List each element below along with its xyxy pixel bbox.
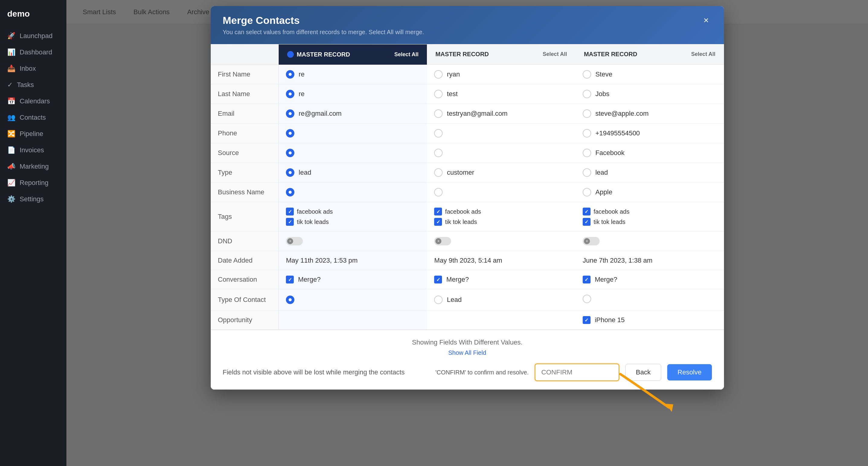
radio-button[interactable]: [286, 188, 294, 197]
field-value-text: +19495554500: [595, 129, 640, 137]
sidebar-item-inbox[interactable]: 📥 Inbox: [0, 60, 66, 77]
tag-label: facebook ads: [594, 208, 629, 215]
dashboard-icon: 📊: [7, 48, 16, 56]
tag-checkbox[interactable]: [583, 218, 591, 226]
marketing-icon: 📣: [7, 163, 16, 170]
radio-button[interactable]: [434, 296, 443, 304]
merge-checkbox[interactable]: [583, 275, 591, 284]
radio-button[interactable]: [434, 188, 443, 197]
tag-label: tik tok leads: [297, 219, 329, 226]
sidebar-item-settings[interactable]: ⚙️ Settings: [0, 191, 66, 207]
field-value-text: testryan@gmail.com: [447, 110, 507, 118]
radio-button[interactable]: [583, 109, 591, 118]
field-value-cell: [279, 182, 427, 202]
sidebar-item-launchpad[interactable]: 🚀 Launchpad: [0, 28, 66, 44]
app-background: demo 🚀 Launchpad 📊 Dashboard 📥 Inbox ✓ T…: [0, 0, 868, 466]
field-label: First Name: [211, 65, 279, 84]
field-value-cell: re: [279, 84, 427, 104]
tag-label: facebook ads: [445, 208, 481, 215]
radio-button[interactable]: [286, 109, 294, 118]
tag-checkbox[interactable]: [286, 218, 294, 226]
modal-close-button[interactable]: ×: [701, 14, 712, 26]
radio-button[interactable]: [583, 168, 591, 177]
radio-button[interactable]: [434, 109, 443, 118]
sidebar-item-contacts[interactable]: 👥 Contacts: [0, 109, 66, 126]
radio-button[interactable]: [434, 149, 443, 157]
radio-button[interactable]: [434, 129, 443, 138]
show-all-field-link[interactable]: Show All Field: [223, 349, 712, 356]
contacts-icon: 👥: [7, 114, 16, 121]
dnd-toggle[interactable]: ×: [583, 237, 599, 245]
field-value-text: lead: [299, 169, 311, 176]
merge-checkbox[interactable]: [434, 275, 442, 284]
master-dot-icon: [287, 51, 294, 58]
date-value: May 9th 2023, 5:14 am: [434, 257, 502, 264]
launchpad-icon: 🚀: [7, 32, 16, 40]
radio-button[interactable]: [434, 168, 443, 177]
sidebar-item-tasks[interactable]: ✓ Tasks: [0, 77, 66, 93]
table-row: Tagsfacebook adstik tok leadsfacebook ad…: [211, 202, 724, 232]
tag-checkbox[interactable]: [434, 218, 442, 226]
confirm-input[interactable]: [535, 363, 619, 381]
pipeline-icon: 🔀: [7, 130, 16, 138]
table-row: Emailre@gmail.comtestryan@gmail.comsteve…: [211, 104, 724, 124]
radio-button[interactable]: [286, 168, 294, 177]
field-value-cell: [279, 289, 427, 311]
field-value-cell: Apple: [576, 182, 724, 202]
tag-checkbox[interactable]: [434, 208, 442, 215]
field-value-text: Facebook: [595, 149, 625, 157]
field-label: Tags: [211, 202, 279, 232]
field-label: Type Of Contact: [211, 289, 279, 311]
radio-button[interactable]: [286, 149, 294, 157]
radio-button[interactable]: [583, 90, 591, 98]
field-value-cell: customer: [427, 163, 576, 182]
radio-button[interactable]: [286, 90, 294, 98]
sidebar-item-reporting[interactable]: 📈 Reporting: [0, 175, 66, 191]
radio-button[interactable]: [583, 129, 591, 138]
tag-checkbox[interactable]: [583, 208, 591, 215]
sidebar-item-calendars[interactable]: 📅 Calendars: [0, 93, 66, 109]
select-all-3[interactable]: Select All: [691, 51, 715, 57]
sidebar-item-invoices[interactable]: 📄 Invoices: [0, 142, 66, 158]
sidebar-item-dashboard[interactable]: 📊 Dashboard: [0, 44, 66, 60]
sidebar-item-marketing[interactable]: 📣 Marketing: [0, 158, 66, 175]
modal-overlay: Merge Contacts You can select values fro…: [66, 0, 868, 466]
radio-button[interactable]: [583, 149, 591, 157]
field-value-cell: lead: [279, 163, 427, 182]
field-value-text: steve@apple.com: [595, 110, 649, 118]
field-value-cell: Merge?: [427, 270, 576, 289]
table-row: Date AddedMay 11th 2023, 1:53 pmMay 9th …: [211, 251, 724, 270]
tag-item: tik tok leads: [286, 218, 420, 226]
inbox-icon: 📥: [7, 65, 16, 72]
confirm-hint: 'CONFIRM' to confirm and resolve.: [435, 369, 529, 376]
radio-button[interactable]: [434, 70, 443, 79]
merge-checkbox[interactable]: [286, 275, 294, 284]
modal-body: MASTER RECORD Select All MA: [211, 44, 724, 330]
radio-button[interactable]: [583, 188, 591, 197]
field-value-cell: ×: [279, 232, 427, 251]
radio-button[interactable]: [286, 129, 294, 138]
radio-button[interactable]: [286, 296, 294, 304]
date-value: May 11th 2023, 1:53 pm: [286, 257, 358, 264]
sidebar-item-pipeline[interactable]: 🔀 Pipeline: [0, 126, 66, 142]
select-all-1[interactable]: Select All: [394, 51, 418, 58]
radio-button[interactable]: [583, 295, 591, 303]
field-value-text: Jobs: [595, 90, 609, 98]
radio-button[interactable]: [583, 70, 591, 79]
tag-checkbox[interactable]: [286, 208, 294, 215]
back-button[interactable]: Back: [625, 364, 661, 381]
select-all-2[interactable]: Select All: [543, 51, 567, 57]
resolve-button[interactable]: Resolve: [667, 364, 712, 380]
dnd-toggle[interactable]: ×: [434, 237, 451, 245]
radio-button[interactable]: [286, 70, 294, 79]
merge-checkbox[interactable]: [583, 316, 591, 324]
field-value-text: re: [299, 90, 305, 98]
table-row: ConversationMerge?Merge?Merge?: [211, 270, 724, 289]
field-value-cell: ×: [427, 232, 576, 251]
dnd-toggle[interactable]: ×: [286, 237, 303, 245]
field-value-cell: [279, 311, 427, 330]
settings-icon: ⚙️: [7, 195, 16, 203]
field-value-cell: [427, 311, 576, 330]
field-value-cell: +19495554500: [576, 124, 724, 143]
radio-button[interactable]: [434, 90, 443, 98]
